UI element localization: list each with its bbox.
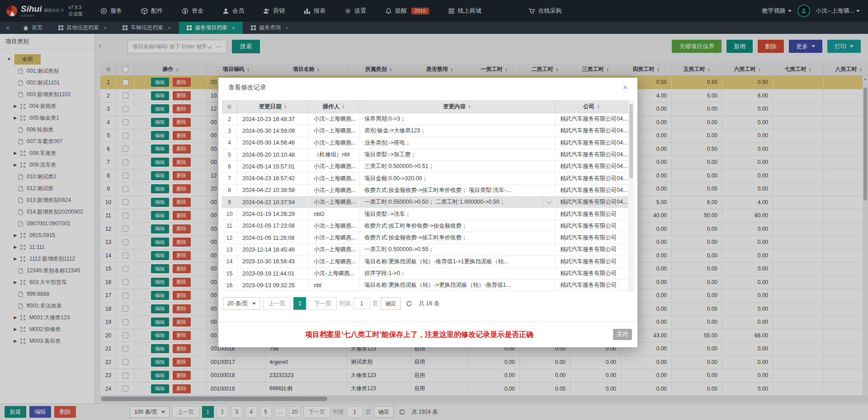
change-date-cell: 2024-01-05 17:23:08 — [237, 220, 309, 232]
modal-column-header-变更日期[interactable]: 变更日期▲▼ — [237, 100, 309, 113]
company-cell: 精武汽车服务有限公司 — [555, 256, 628, 267]
change-log-row[interactable]: 22024-10-23 16:48:37小沈--上海驷惠...保养周期:0->3… — [222, 113, 628, 125]
change-log-row[interactable]: 52024-05-20 10:10:48（机修组）nbl项目类型:->加工费；精… — [222, 149, 628, 161]
modal-column-header-公司[interactable]: 公司▲▼ — [555, 100, 628, 113]
company-cell: 精武汽车服务有限公司 — [555, 244, 628, 255]
change-log-row[interactable]: 122024-01-05 11:28:08小沈--上海驷惠...收费方式:按金额… — [222, 232, 628, 244]
change-content-text: 保养周期:0->3； — [364, 115, 406, 123]
operator-cell: nbl — [309, 280, 359, 291]
chevron-down-icon — [252, 303, 256, 305]
change-content-text: 三类工时:0.500000->0.51； — [364, 163, 434, 170]
modal-column-header-变更内容[interactable]: 变更内容▲▼ — [359, 100, 555, 113]
operator-cell: 小沈--上海驷惠... — [309, 244, 359, 255]
refresh-icon[interactable] — [406, 300, 412, 307]
change-log-row[interactable]: 42024-05-30 14:56:46小沈--上海驷惠...业务类别:->搭电… — [222, 137, 628, 149]
change-content-cell: 业务类别:->搭电； — [359, 137, 555, 149]
modal-column-header-label: 变更日期 — [259, 103, 282, 111]
company-cell: 精武汽车服务有限公司04... — [555, 173, 628, 184]
log-number-cell: 11 — [222, 220, 237, 232]
modal-pagination: 20 条/页 上一页 1 下一页 到第 页 确定 共 16 条 — [223, 297, 439, 310]
log-number-cell: 13 — [222, 244, 237, 255]
modal-page-1[interactable]: 1 — [293, 297, 306, 310]
operator-cell: 小沈--上海驷惠... — [309, 173, 359, 184]
log-number-cell: 8 — [222, 185, 237, 196]
change-log-row[interactable]: 62024-05-14 15:57:01小沈--上海驷惠...三类工时:0.50… — [222, 161, 628, 173]
company-cell: 精武汽车服务有限公司04... — [555, 149, 628, 160]
operator-cell: 小沈--上海驷惠... — [309, 196, 359, 208]
sort-icon: ▲▼ — [342, 104, 345, 109]
modal-prev-page-button[interactable]: 上一页 — [263, 297, 291, 310]
company-cell: 精武汽车服务有限公司 — [555, 232, 628, 243]
change-content-cell: 三类工时:0.500000->0.51； — [359, 161, 555, 172]
modal-total-count: 共 16 条 — [419, 300, 439, 308]
log-number-cell: 10 — [222, 208, 237, 219]
change-content-cell: 收费方式:按工时单价收费->按金额收费； — [359, 220, 555, 232]
modal-next-page-button[interactable]: 下一页 — [309, 297, 337, 310]
sort-icon: ▲▼ — [468, 104, 471, 109]
modal-goto-label: 到第 — [340, 300, 351, 308]
change-content-cell: 类别:钣金->大修类123； — [359, 125, 555, 136]
change-log-row[interactable]: 132023-12-14 16:45:49小沈--上海驷惠...一类工时:0.5… — [222, 244, 628, 256]
change-log-row[interactable]: 32024-05-30 14:59:09小沈--上海驷惠...类别:钣金->大修… — [222, 125, 628, 137]
expand-row-button[interactable] — [543, 196, 555, 208]
change-content-cell: 一类工时:0.500000->0.55； — [359, 244, 555, 255]
company-cell: 精武汽车服务有限公司 — [555, 268, 628, 279]
change-log-row[interactable]: 142023-10-30 16:56:43小沈--上海驷惠...项目名称:更换挡… — [222, 256, 628, 268]
modal-table-header: 变更日期▲▼操作人▲▼变更内容▲▼公司▲▼ — [222, 100, 628, 113]
modal-column-settings-header[interactable] — [222, 100, 237, 113]
operator-cell: （机修组）nbl — [309, 149, 359, 160]
close-icon[interactable]: × — [623, 83, 627, 92]
change-date-cell: 2023-09-13 09:32:25 — [237, 280, 309, 291]
change-log-row[interactable]: 102024-01-19 14:26:29nbl2项目类型:->洗车；精武汽车服… — [222, 208, 628, 220]
change-content-text: 项目名称:更换挡泥板（轮）-推荐值1->1更换挡泥板（轮... — [364, 258, 508, 266]
change-log-row[interactable]: 162023-09-13 09:32:25nbl项目名称:更换挡泥板（轮）->更… — [222, 280, 628, 291]
change-date-cell: 2024-05-30 14:56:46 — [237, 137, 309, 149]
change-content-text: 项目类型:->洗车； — [364, 210, 410, 218]
modal-vertical-scrollbar[interactable] — [628, 100, 634, 292]
operator-cell: 小沈--上海驷惠... — [309, 113, 359, 125]
change-log-row[interactable]: 92024-04-22 10:37:54小沈--上海驷惠...一类工时:0.55… — [222, 196, 628, 208]
modal-scroll-thumb[interactable] — [629, 104, 633, 178]
log-number-cell: 5 — [222, 149, 237, 160]
operator-cell: 小沈--上海驷惠... — [309, 220, 359, 232]
log-number-cell: 6 — [222, 161, 237, 172]
log-number-cell: 15 — [222, 268, 237, 279]
modal-goto-page-input[interactable] — [354, 298, 370, 309]
change-log-row[interactable]: 72024-04-23 16:57:42小沈--上海驷惠...项目金额:0.00… — [222, 173, 628, 184]
change-content-text: 项目类型:->加工费； — [364, 151, 416, 159]
change-content-cell: 项目金额:0.00->320.00； — [359, 173, 555, 184]
modal-title: 查看修改记录 — [228, 84, 266, 92]
operator-cell: 小沈-上海驷惠... — [309, 268, 359, 279]
change-log-row[interactable]: 112024-01-05 17:23:08小沈--上海驷惠...收费方式:按工时… — [222, 220, 628, 232]
change-content-cell: 项目名称:更换挡泥板（轮）->更换挡泥板（轮）-推荐值1... — [359, 280, 555, 291]
operator-cell: 小沈--上海驷惠... — [309, 125, 359, 136]
modal-page-unit-label: 页 — [373, 300, 378, 308]
modal-column-header-label: 变更内容 — [443, 103, 466, 111]
modal-column-header-操作人[interactable]: 操作人▲▼ — [309, 100, 359, 113]
change-log-row[interactable]: 82024-04-22 10:38:58小沈--上海驷惠...收费方式:按金额收… — [222, 185, 628, 196]
change-date-cell: 2024-05-14 15:57:01 — [237, 161, 309, 172]
change-content-text: 收费方式:按金额收费->按工时单价收费； 项目类型:洗车-... — [364, 187, 511, 194]
modal-page-size-select[interactable]: 20 条/页 — [223, 297, 260, 310]
change-log-row[interactable]: 152023-09-19 11:44:01小沈-上海驷惠...排序字段:1->0… — [222, 268, 628, 280]
change-date-cell: 2024-01-05 11:28:08 — [237, 232, 309, 243]
operator-cell: nbl2 — [309, 208, 359, 219]
sort-icon: ▲▼ — [284, 104, 287, 109]
operator-cell: 小沈--上海驷惠... — [309, 185, 359, 196]
operator-cell: 小沈--上海驷惠... — [309, 256, 359, 267]
modal-close-button[interactable]: 关闭 — [613, 329, 632, 340]
company-cell: 精武汽车服务有限公司04... — [555, 161, 628, 172]
modal-goto-confirm-button[interactable]: 确定 — [381, 297, 401, 310]
log-number-cell: 2 — [222, 113, 237, 125]
log-number-cell: 16 — [222, 280, 237, 291]
company-cell: 精武汽车服务有限公司 — [555, 280, 628, 291]
company-cell: 精武汽车服务有限公司04... — [555, 196, 628, 208]
change-content-cell: 排序字段:1->0； — [359, 268, 555, 279]
change-content-cell: 项目名称:更换挡泥板（轮）-推荐值1->1更换挡泥板（轮... — [359, 256, 555, 267]
change-content-text: 一类工时:0.550000->0.50； 二类工时:1.000000->0.50… — [364, 198, 505, 206]
modal-note-text: 项目档案里‘七八类工时’能保存上了，注意这里的修改记录显示是否正确 — [218, 322, 637, 347]
change-date-cell: 2023-12-14 16:45:49 — [237, 244, 309, 255]
company-cell: 精武汽车服务有限公司04... — [555, 113, 628, 125]
operator-cell: 小沈--上海驷惠... — [309, 161, 359, 172]
change-content-text: 收费方式:按工时单价收费->按金额收费； — [364, 222, 467, 230]
